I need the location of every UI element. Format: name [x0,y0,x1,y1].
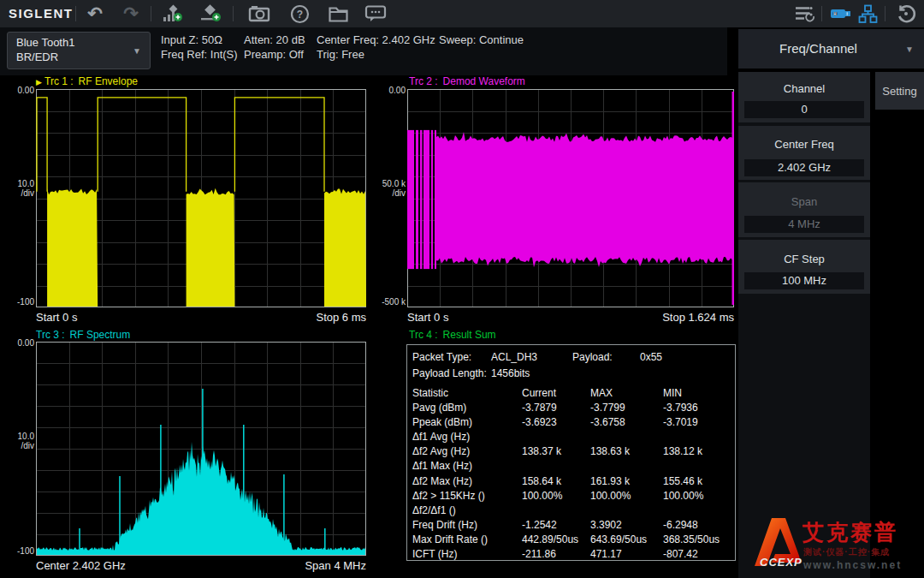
table-cell: Freq Drift (Hz) [412,519,477,531]
add-peak-marker-button[interactable] [158,3,186,24]
trc2-title[interactable]: Trc 2 :Demod Waveform [409,75,525,87]
table-cell: MAX [590,387,613,399]
sidebar-item-value[interactable]: 4 MHz [744,216,864,233]
table-cell: 442.89/50us [522,533,578,545]
status-field: Input Z: 50ΩFreq Ref: Int(S) [161,33,238,62]
table-cell: -3.7879 [522,402,557,414]
table-cell: 100.00% [663,490,703,502]
sidebar-item-value[interactable]: 100 MHz [744,272,864,289]
sidebar-item-channel[interactable]: Channel0 [738,72,870,122]
table-cell: -3.7799 [590,402,625,414]
task-list-button[interactable] [791,3,819,24]
table-cell: -1.2542 [522,519,557,531]
trc3-y-top-label: 0.00 [0,338,34,348]
trc2-demod-waveform-plot[interactable] [407,89,735,308]
trc4-title[interactable]: Trc 4 :Result Sum [409,329,496,341]
usb-icon: H [830,7,852,21]
toolbar-separator [151,6,151,21]
table-row: ICFT (Hz)-211.86471.17-807.42 [407,547,735,562]
measurement-mode-dropdown[interactable]: Blue Tooth1 BR/EDR ▼ [7,32,151,69]
trc1-x-start: Start 0 s [36,311,77,324]
trc1-name: RF Envelope [79,75,138,87]
chevron-down-icon: ▼ [133,46,141,56]
chevron-down-icon: ▼ [905,45,914,54]
undo-icon: ↶ [87,4,103,23]
table-row: Δf1 Max (Hz) [407,459,735,474]
trc2-name: Demod Waveform [443,75,525,87]
table-cell: Packet Type: [412,351,471,363]
trc3-rf-spectrum-plot[interactable] [36,342,367,557]
folder-icon [328,5,349,23]
trc3-prefix: Trc 3 : [36,329,65,341]
restore-default-button[interactable] [893,3,919,24]
table-cell: 100.00% [522,490,562,502]
sidebar-item-value[interactable]: 2.402 GHz [744,159,864,176]
help-button[interactable]: ? [287,3,311,24]
table-cell: MIN [663,387,682,399]
trc3-y-div-label: 10.0 [0,432,34,441]
status-field-line2: Preamp: Off [244,47,305,62]
toolbar-separator [821,6,822,21]
table-header-row: StatisticCurrentMAXMIN [407,386,735,401]
siglent-logo: SIGLENT [9,6,74,21]
trc1-title[interactable]: ▶ Trc 1 :RF Envelope [36,75,138,87]
status-field-line2: Trig: Free [317,47,435,62]
sidebar-item-label: Channel [738,82,870,95]
trc2-x-stop: Stop 1.624 ms [662,311,734,324]
trc3-x-center: Center 2.402 GHz [36,559,126,572]
table-row: Freq Drift (Hz)-1.25423.3902-6.2948 [407,518,735,533]
toolbar-separator [885,6,886,21]
usb-device-button[interactable]: H [828,3,854,24]
help-icon: ? [290,4,310,24]
table-cell: 3.3902 [590,519,622,531]
sidebar-menu: Channel0Center Freq2.402 GHzSpan4 MHzCF … [738,72,870,578]
toolbar-separator [233,6,234,21]
trc1-rf-envelope-plot[interactable] [36,89,367,308]
trc1-prefix: Trc 1 : [44,75,74,87]
table-row: Δf2 > 115KHz ()100.00%100.00%100.00% [407,489,735,504]
tab-setting[interactable]: Setting [875,72,924,110]
table-info-row: Packet Type:ACL_DH3Payload:0x55 [407,350,735,366]
table-cell: Δf2 Max (Hz) [412,475,472,487]
table-row: Δf1 Avg (Hz) [407,430,735,444]
status-field-line1: Input Z: 50Ω [161,33,238,47]
sidebar-item-center-freq[interactable]: Center Freq2.402 GHz [738,126,870,180]
redo-button[interactable]: ↷ [118,3,144,24]
table-cell: Payload Length: [412,367,487,379]
trc2-y-top-label: 0.00 [371,86,406,95]
table-cell: Payload: [572,351,613,363]
trc3-y-div-suffix: /div [0,441,34,450]
status-field-line1: Atten: 20 dB [244,33,305,47]
accexp-website: www.hncsw.net [803,559,902,571]
table-cell: 161.93 k [590,475,630,487]
tab-setting-label: Setting [882,85,916,98]
status-field-line2: Freq Ref: Int(S) [161,47,238,62]
undo-button[interactable]: ↶ [82,3,108,24]
sidebar-item-cf-step[interactable]: CF Step100 MHz [738,240,870,294]
table-cell: 0x55 [640,351,662,363]
screenshot-button[interactable] [246,3,273,24]
table-cell: Current [522,387,556,399]
menu-header-freq-channel[interactable]: Freq/Channel ▼ [738,29,924,69]
trc1-x-labels: Start 0 s Stop 6 ms [36,311,366,324]
lan-network-button[interactable] [856,3,880,24]
add-marker-button[interactable] [197,3,224,24]
sidebar-item-value[interactable]: 0 [744,101,864,118]
mode-name: Blue Tooth1 [16,36,74,49]
table-cell: 1456bits [491,367,530,379]
trc3-x-span: Span 4 MHz [305,559,366,572]
trc3-title[interactable]: Trc 3 :RF Spectrum [36,329,130,341]
trc3-name: RF Spectrum [70,329,131,341]
trc1-x-stop: Stop 6 ms [316,311,366,324]
trc4-prefix: Trc 4 : [409,329,438,341]
table-cell: 138.63 k [590,445,630,457]
file-open-button[interactable] [325,3,351,24]
message-button[interactable] [363,3,388,24]
sidebar-item-label: CF Step [738,253,870,265]
table-cell: Δf2 Avg (Hz) [412,445,470,457]
table-row: Δf2 Avg (Hz)138.37 k138.63 k138.12 k [407,444,735,459]
sidebar-item-span[interactable]: Span4 MHz [738,182,870,237]
table-row: Δf2 Max (Hz)158.64 k161.93 k155.46 k [407,474,735,489]
table-row: Δf2/Δf1 () [407,504,735,518]
sidebar-item-label: Center Freq [738,138,870,151]
